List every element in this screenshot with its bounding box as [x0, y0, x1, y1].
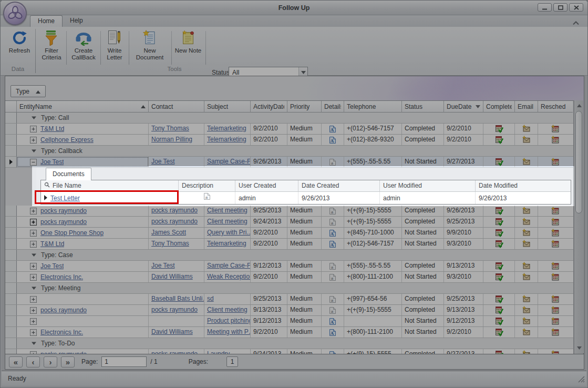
- resched-icon[interactable]: [551, 240, 560, 248]
- entity-link[interactable]: pocks raymundo: [40, 206, 87, 216]
- row-indicator-cell[interactable]: [5, 294, 17, 304]
- new-note-button[interactable]: New Note: [173, 29, 203, 54]
- expand-toggle[interactable]: [30, 126, 37, 132]
- row-indicator-cell[interactable]: [5, 239, 17, 249]
- complete-icon[interactable]: [495, 229, 503, 237]
- complete-icon[interactable]: [495, 218, 503, 226]
- row-indicator-cell[interactable]: [5, 206, 17, 216]
- resched-icon[interactable]: [551, 317, 560, 325]
- subject-link[interactable]: Product pitching: [207, 317, 251, 324]
- expand-toggle[interactable]: [30, 219, 37, 226]
- expand-toggle[interactable]: [30, 241, 37, 248]
- entity-link[interactable]: pocks raymundo: [40, 217, 87, 227]
- group-row[interactable]: Type: Case: [5, 250, 573, 261]
- group-row[interactable]: Type: Call: [5, 113, 573, 124]
- first-page-button[interactable]: «: [9, 356, 23, 367]
- row-indicator-cell[interactable]: [5, 316, 17, 326]
- row-indicator-cell[interactable]: [5, 228, 17, 238]
- contact-link[interactable]: pocks raymundo: [151, 218, 198, 225]
- contact-link[interactable]: Tony Thomas: [151, 240, 189, 247]
- row-indicator-cell[interactable]: [5, 135, 17, 145]
- row-indicator-cell[interactable]: [5, 124, 17, 134]
- details-icon[interactable]: a: [329, 262, 336, 270]
- subject-link[interactable]: Telemarketing: [207, 125, 246, 132]
- email-icon[interactable]: [522, 262, 531, 270]
- complete-icon[interactable]: [495, 262, 503, 270]
- table-row[interactable]: pocks raymundopocks raymundoClient meeti…: [5, 305, 573, 316]
- resched-icon[interactable]: [551, 262, 560, 270]
- details-icon[interactable]: A: [329, 229, 336, 237]
- entity-link[interactable]: T&M Ltd: [40, 239, 64, 249]
- filter-criteria-button[interactable]: Filter Criteria: [38, 29, 65, 61]
- vertical-scrollbar[interactable]: [574, 100, 583, 354]
- row-indicator-cell[interactable]: [5, 305, 17, 315]
- page-1-button[interactable]: 1: [226, 356, 238, 367]
- app-logo-icon[interactable]: [3, 2, 27, 25]
- resched-icon[interactable]: [551, 328, 560, 336]
- header-activityDate[interactable]: ActivityDate: [251, 101, 287, 113]
- table-row[interactable]: Joe TestJoe TestSample Case-F…9/12/2013M…: [5, 261, 573, 272]
- resched-icon[interactable]: [551, 295, 560, 303]
- group-collapse-icon[interactable]: [32, 149, 36, 152]
- email-icon[interactable]: [522, 240, 531, 248]
- write-letter-button[interactable]: Write Letter: [101, 29, 128, 61]
- page-number-input[interactable]: [101, 356, 147, 367]
- subject-link[interactable]: Client meeting: [207, 306, 247, 313]
- scroll-down-icon[interactable]: [574, 344, 584, 352]
- row-indicator-cell[interactable]: [5, 261, 17, 271]
- contact-link[interactable]: pocks raymundo: [151, 306, 198, 313]
- complete-icon[interactable]: [495, 306, 503, 314]
- complete-icon[interactable]: [495, 317, 503, 325]
- resched-icon[interactable]: [551, 207, 560, 215]
- header-priority[interactable]: Priority: [287, 101, 322, 113]
- email-icon[interactable]: [522, 158, 531, 166]
- header-date-modified[interactable]: Date Modified: [476, 180, 572, 191]
- subject-link[interactable]: Client meeting: [207, 218, 247, 225]
- resched-icon[interactable]: [551, 158, 560, 166]
- details-icon[interactable]: A: [329, 125, 336, 133]
- group-row[interactable]: Type: Meeting: [5, 283, 573, 294]
- resched-icon[interactable]: [551, 306, 560, 314]
- filter-icon[interactable]: [476, 105, 480, 108]
- table-row[interactable]: pocks raymundopocks raymundoClient meeti…: [5, 217, 573, 228]
- contact-link[interactable]: pocks raymundo: [151, 207, 198, 214]
- subject-link[interactable]: Weak Reception: [207, 273, 251, 280]
- complete-icon[interactable]: [495, 295, 503, 303]
- subject-link[interactable]: Meeting with P…: [207, 328, 251, 335]
- tab-documents[interactable]: Documents: [46, 168, 91, 180]
- scroll-up-icon[interactable]: [574, 101, 584, 110]
- expand-toggle[interactable]: [30, 137, 37, 144]
- header-resched[interactable]: Resched: [538, 101, 573, 113]
- group-collapse-icon[interactable]: [32, 253, 36, 257]
- contact-link[interactable]: David Williams: [151, 273, 193, 280]
- row-indicator-cell[interactable]: [5, 327, 17, 338]
- contact-link[interactable]: Baseball Bats Unli…: [151, 295, 204, 302]
- complete-icon[interactable]: [495, 328, 503, 336]
- contact-link[interactable]: David Williams: [151, 328, 193, 335]
- entity-link[interactable]: One Stop Phone Shop: [40, 228, 104, 238]
- new-document-button[interactable]: New Document: [130, 29, 170, 61]
- subject-link[interactable]: Telemarketing: [207, 240, 246, 247]
- entity-link[interactable]: Joe Test: [40, 157, 64, 167]
- subject-link[interactable]: Sample Case-F…: [207, 262, 251, 269]
- email-icon[interactable]: [522, 273, 531, 281]
- table-row[interactable]: T&M LtdTony ThomasTelemarketing9/2/2010M…: [5, 239, 573, 250]
- group-collapse-icon[interactable]: [32, 342, 36, 345]
- table-row[interactable]: Baseball Bats Unli…sd9/25/2013Mediuma+(9…: [5, 294, 573, 305]
- details-icon[interactable]: a: [329, 218, 336, 226]
- ribbon-collapse-icon[interactable]: [572, 18, 580, 27]
- expand-toggle[interactable]: [30, 296, 37, 303]
- group-row[interactable]: Type: Callback: [5, 146, 573, 157]
- maximize-button[interactable]: [553, 3, 568, 12]
- tab-home[interactable]: Home: [30, 15, 63, 27]
- subject-link[interactable]: Query with Pri…: [207, 229, 251, 236]
- expand-toggle[interactable]: [30, 307, 37, 314]
- email-icon[interactable]: [522, 218, 531, 226]
- table-row[interactable]: Cellphone ExpressNorman PillingTelemarke…: [5, 135, 573, 146]
- groupby-type-button[interactable]: Type: [11, 85, 46, 97]
- next-page-button[interactable]: ›: [44, 356, 57, 367]
- header-dueDate[interactable]: DueDate: [444, 101, 483, 113]
- complete-icon[interactable]: [495, 207, 503, 215]
- refresh-button[interactable]: Refresh: [5, 29, 34, 54]
- resched-icon[interactable]: [551, 229, 560, 237]
